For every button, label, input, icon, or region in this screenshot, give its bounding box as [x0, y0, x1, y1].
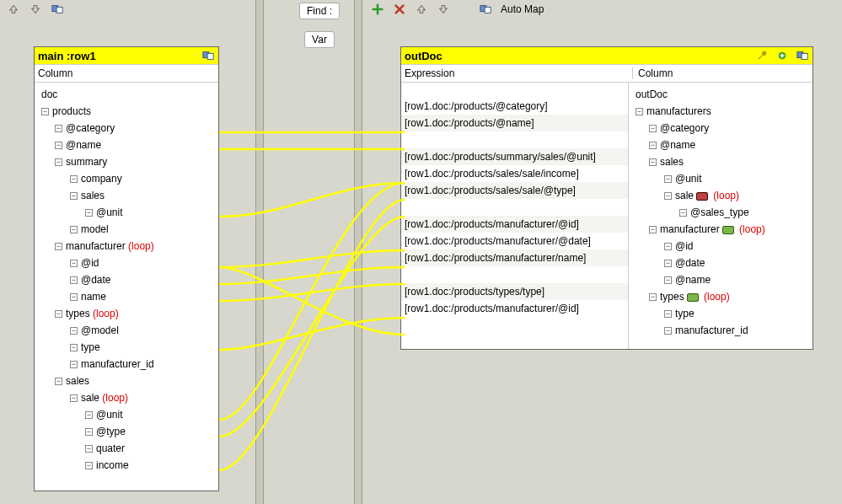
node-types[interactable]: −types (loop)	[38, 305, 217, 322]
node-outdoc[interactable]: outDoc	[632, 86, 811, 103]
arrow-down-icon[interactable]	[29, 3, 42, 16]
var-button[interactable]: Var	[304, 31, 335, 48]
automap-label[interactable]: Auto Map	[501, 3, 544, 15]
dualscreen-icon[interactable]	[479, 3, 492, 16]
node-out-id[interactable]: −@id	[632, 238, 811, 255]
expr-row[interactable]: [row1.doc:/products/sales/sale/income]	[401, 165, 628, 182]
node-model[interactable]: −model	[38, 221, 217, 238]
node-out-sales-type[interactable]: −@sales_type	[632, 204, 811, 221]
node-sales2[interactable]: −sales	[38, 373, 217, 389]
dualscreen-icon[interactable]	[51, 3, 64, 16]
remove-icon[interactable]	[393, 3, 406, 16]
node-out-manufacturer-id[interactable]: −manufacturer_id	[632, 322, 811, 339]
node-company[interactable]: −company	[38, 170, 217, 187]
left-panel: main :row1 Column doc −products −@catego…	[34, 46, 219, 491]
find-button[interactable]: Find :	[299, 3, 340, 19]
node-out-type[interactable]: −type	[632, 305, 811, 322]
header-expression: Expression	[405, 67, 632, 79]
expr-row[interactable]: [row1.doc:/products/manufacturer/@date]	[401, 233, 628, 249]
node-doc[interactable]: doc	[38, 86, 217, 103]
node-out-category[interactable]: −@category	[632, 120, 811, 137]
expr-row[interactable]: [row1.doc:/products/@category]	[401, 98, 628, 115]
svg-rect-8	[802, 53, 807, 59]
node-manufacturer[interactable]: −manufacturer (loop)	[38, 238, 217, 255]
node-category[interactable]: −@category	[38, 120, 217, 137]
node-out-manufacturer[interactable]: −manufacturer (loop)	[632, 221, 811, 238]
node-id[interactable]: −@id	[38, 255, 217, 271]
expr-row[interactable]: [row1.doc:/products/manufacturer/@id]	[401, 300, 628, 317]
node-mname[interactable]: −name	[38, 288, 217, 305]
node-sales[interactable]: −sales	[38, 187, 217, 204]
svg-rect-3	[485, 7, 491, 13]
node-out-sale[interactable]: −sale (loop)	[632, 187, 811, 204]
expr-row[interactable]: [row1.doc:/products/manufacturer/name]	[401, 249, 628, 266]
splitter-1[interactable]	[255, 0, 264, 504]
right-panel-title: outDoc	[405, 50, 442, 62]
expr-row[interactable]: [row1.doc:/products/types/type]	[401, 283, 628, 300]
node-out-types[interactable]: −types (loop)	[632, 288, 811, 305]
wrench-icon[interactable]	[755, 49, 769, 62]
svg-rect-5	[207, 53, 213, 59]
expr-row[interactable]: [row1.doc:/products/sales/sale/@type]	[401, 182, 628, 199]
node-sale[interactable]: −sale (loop)	[38, 389, 217, 406]
group-icon	[687, 293, 699, 302]
expression-list: [row1.doc:/products/@category] [row1.doc…	[401, 83, 629, 349]
node-out-mname[interactable]: −@name	[632, 271, 811, 288]
left-tree: doc −products −@category −@name −summary…	[35, 83, 218, 477]
node-tmanufacturer-id[interactable]: −manufacturer_id	[38, 356, 217, 373]
expr-row[interactable]: [row1.doc:/products/manufacturer/@id]	[401, 216, 628, 233]
expr-row[interactable]: [row1.doc:/products/@name]	[401, 115, 628, 131]
dualscreen-icon[interactable]	[201, 49, 215, 62]
node-manufacturers[interactable]: −manufacturers	[632, 103, 811, 120]
left-panel-title: main :row1	[38, 50, 96, 62]
group-icon	[696, 192, 708, 201]
node-squater[interactable]: −quater	[38, 440, 217, 457]
splitter-2[interactable]	[354, 0, 362, 504]
dualscreen-icon[interactable]	[796, 49, 809, 62]
right-panel: outDoc Expression Column [row1.doc:/prod…	[400, 46, 813, 350]
left-header: Column	[38, 67, 215, 79]
node-products[interactable]: −products	[38, 103, 217, 120]
node-ttype[interactable]: −type	[38, 339, 217, 356]
node-sunit[interactable]: −@unit	[38, 406, 217, 423]
node-out-unit[interactable]: −@unit	[632, 170, 811, 187]
node-stype[interactable]: −@type	[38, 423, 217, 440]
node-sincome[interactable]: −income	[38, 457, 217, 474]
header-column: Column	[632, 67, 809, 79]
node-out-name[interactable]: −@name	[632, 137, 811, 153]
arrow-up-icon[interactable]	[7, 3, 20, 16]
expr-row[interactable]: [row1.doc:/products/summary/sales/@unit]	[401, 148, 628, 165]
right-tree: outDoc −manufacturers −@category −@name …	[629, 83, 813, 342]
add-mapping-icon[interactable]	[775, 49, 789, 62]
node-unit[interactable]: −@unit	[38, 204, 217, 221]
arrow-up-icon[interactable]	[415, 3, 428, 16]
arrow-down-icon[interactable]	[437, 3, 450, 16]
group-icon	[722, 226, 734, 234]
node-summary[interactable]: −summary	[38, 153, 217, 170]
node-date[interactable]: −@date	[38, 271, 217, 288]
node-name[interactable]: −@name	[38, 137, 217, 153]
node-tmodel[interactable]: −@model	[38, 322, 217, 339]
svg-rect-1	[56, 7, 62, 13]
node-out-date[interactable]: −@date	[632, 255, 811, 271]
add-icon[interactable]	[371, 3, 384, 16]
node-out-sales[interactable]: −sales	[632, 153, 811, 170]
